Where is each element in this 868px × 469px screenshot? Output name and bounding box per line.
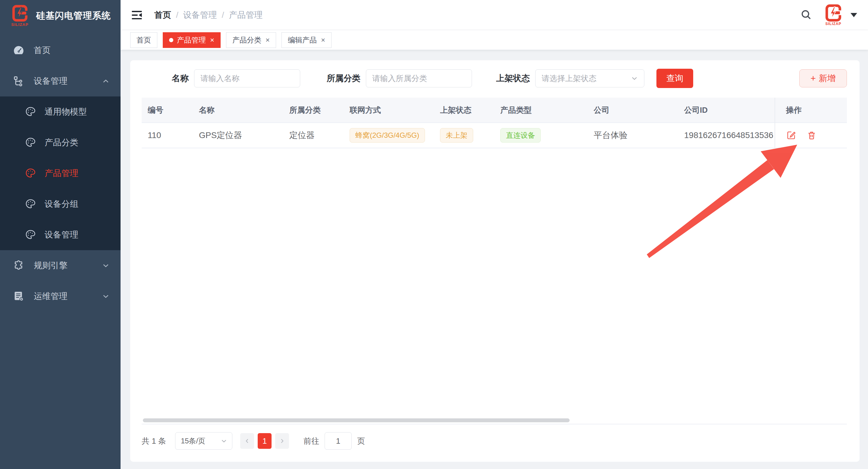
- status-tag: 未上架: [440, 128, 473, 143]
- palette-icon: [25, 106, 37, 118]
- table-bottom-border: [142, 424, 847, 425]
- user-avatar-logo[interactable]: SILIZAP: [825, 4, 842, 26]
- sidebar-submenu: 通用物模型 产品分类 产品管理: [0, 96, 121, 250]
- network-tag: 蜂窝(2G/3G/4G/5G): [350, 128, 425, 143]
- sidebar-item-label: 运维管理: [34, 290, 101, 302]
- breadcrumb-product-mgmt[interactable]: 产品管理: [229, 9, 263, 21]
- breadcrumb-separator: /: [222, 10, 224, 20]
- col-header-category: 所属分类: [283, 98, 344, 123]
- chevron-up-icon: [101, 76, 110, 86]
- add-button-label: 新增: [819, 73, 836, 84]
- chevron-down-icon: [630, 74, 639, 83]
- cell-id: 110: [142, 123, 193, 148]
- col-header-actions: 操作: [775, 98, 847, 123]
- sidebar-item-product-mgmt[interactable]: 产品管理: [0, 158, 121, 189]
- goto-page-input[interactable]: [324, 432, 352, 450]
- sidebar-logo[interactable]: SILIZAP 硅基闪电管理系统: [0, 0, 121, 31]
- sidebar-item-label: 设备管理: [44, 229, 79, 241]
- add-button[interactable]: + 新增: [799, 69, 847, 87]
- sidebar-item-product-category[interactable]: 产品分类: [0, 127, 121, 158]
- cell-company: 平台体验: [588, 123, 678, 148]
- breadcrumb-home[interactable]: 首页: [154, 9, 171, 21]
- close-icon[interactable]: ×: [266, 36, 270, 44]
- sidebar-item-device-list[interactable]: 设备管理: [0, 219, 121, 250]
- search-button[interactable]: 查询: [656, 69, 693, 88]
- palette-icon: [25, 198, 37, 210]
- caret-down-icon[interactable]: [850, 13, 857, 17]
- chevron-down-icon: [101, 261, 110, 270]
- topbar-right: SILIZAP: [800, 4, 857, 26]
- horizontal-scrollbar-thumb[interactable]: [143, 418, 569, 422]
- total-count: 共 1 条: [142, 436, 166, 446]
- horizontal-scrollbar: [142, 418, 847, 423]
- edit-icon[interactable]: [786, 130, 796, 140]
- current-page-button[interactable]: 1: [258, 433, 272, 449]
- sidebar-item-rule-engine[interactable]: 规则引擎: [0, 250, 121, 281]
- app-title: 硅基闪电管理系统: [36, 10, 111, 22]
- chevron-right-icon: [278, 437, 286, 445]
- app-root: SILIZAP 硅基闪电管理系统 首页 设备管理: [0, 0, 868, 469]
- chevron-left-icon: [244, 437, 251, 445]
- main-area: 首页 / 设备管理 / 产品管理 SILIZAP: [121, 0, 868, 469]
- cell-type: 直连设备: [494, 123, 588, 148]
- sidebar-item-home[interactable]: 首页: [0, 35, 121, 66]
- col-header-company: 公司: [588, 98, 678, 123]
- sidebar-item-ops-mgmt[interactable]: 运维管理: [0, 281, 121, 312]
- sidebar-item-label: 首页: [34, 44, 110, 56]
- delete-icon[interactable]: [807, 130, 817, 140]
- breadcrumb-separator: /: [176, 10, 179, 20]
- ops-book-gear-icon: [12, 290, 25, 303]
- name-filter-label: 名称: [172, 73, 189, 84]
- active-dot: [169, 38, 173, 42]
- silizap-logo-icon: SILIZAP: [10, 5, 30, 27]
- tab-product-category[interactable]: 产品分类 ×: [226, 32, 276, 48]
- category-filter-label: 所属分类: [327, 73, 361, 84]
- puzzle-icon: [12, 259, 25, 272]
- category-filter-input[interactable]: [366, 69, 472, 87]
- palette-icon: [25, 167, 37, 179]
- next-page-button[interactable]: [275, 433, 289, 449]
- select-placeholder: 请选择上架状态: [541, 73, 630, 84]
- tab-home[interactable]: 首页: [130, 32, 157, 48]
- tab-product-mgmt[interactable]: 产品管理 ×: [163, 32, 221, 48]
- logo-wordmark: SILIZAP: [11, 22, 29, 27]
- name-filter-input[interactable]: [194, 69, 300, 87]
- product-card: 名称 所属分类 上架状态 请选择上架状态 查询 + 新增: [130, 60, 860, 462]
- table-empty-space: [142, 148, 847, 418]
- cell-company-id: 1981626716648513536: [678, 123, 775, 148]
- page-size-select[interactable]: 15条/页: [175, 432, 232, 450]
- sidebar-item-label: 设备分组: [44, 198, 79, 210]
- col-header-status: 上架状态: [434, 98, 494, 123]
- status-filter-select[interactable]: 请选择上架状态: [535, 69, 644, 87]
- cell-category: 定位器: [283, 123, 344, 148]
- breadcrumb-device-mgmt[interactable]: 设备管理: [183, 9, 217, 21]
- sidebar-item-label: 产品分类: [44, 137, 79, 148]
- tab-edit-product[interactable]: 编辑产品 ×: [281, 32, 332, 48]
- plus-icon: +: [810, 74, 816, 83]
- sidebar-item-label: 设备管理: [34, 75, 101, 87]
- sidebar-item-common-model[interactable]: 通用物模型: [0, 96, 121, 127]
- pagination: 共 1 条 15条/页 1 前往 页: [142, 432, 847, 450]
- sidebar: SILIZAP 硅基闪电管理系统 首页 设备管理: [0, 0, 121, 469]
- cell-status: 未上架: [434, 123, 494, 148]
- col-header-name: 名称: [193, 98, 283, 123]
- prev-page-button[interactable]: [240, 433, 254, 449]
- tab-label: 编辑产品: [288, 35, 317, 45]
- search-icon[interactable]: [800, 8, 813, 22]
- sidebar-item-label: 通用物模型: [44, 106, 87, 118]
- chevron-down-icon: [220, 437, 228, 445]
- page-unit-label: 页: [357, 436, 365, 446]
- content-area: 名称 所属分类 上架状态 请选择上架状态 查询 + 新增: [121, 50, 868, 469]
- sidebar-fold-icon[interactable]: [130, 8, 144, 22]
- col-header-type: 产品类型: [494, 98, 588, 123]
- product-table: 编号 名称 所属分类 联网方式 上架状态 产品类型 公司 公司ID 操作 110…: [142, 98, 847, 425]
- status-filter-label: 上架状态: [496, 73, 530, 84]
- col-header-network: 联网方式: [344, 98, 434, 123]
- tab-label: 首页: [136, 35, 151, 45]
- sidebar-item-label: 规则引擎: [34, 260, 101, 271]
- close-icon[interactable]: ×: [210, 36, 214, 44]
- breadcrumb: 首页 / 设备管理 / 产品管理: [154, 9, 263, 21]
- sidebar-item-device-mgmt[interactable]: 设备管理: [0, 66, 121, 96]
- sidebar-item-device-group[interactable]: 设备分组: [0, 189, 121, 219]
- close-icon[interactable]: ×: [321, 36, 325, 44]
